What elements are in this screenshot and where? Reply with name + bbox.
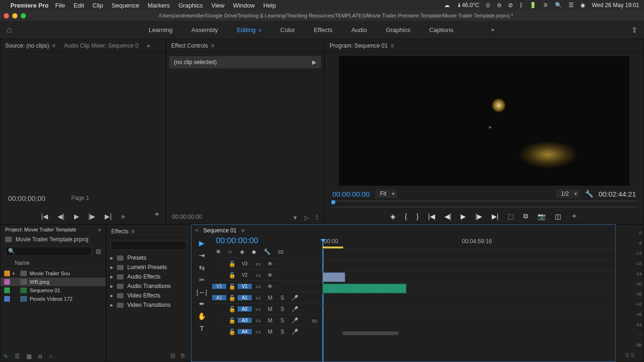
spotlight-icon[interactable]: 🔍 bbox=[555, 2, 562, 8]
audio-track-header[interactable]: A1🔓A1▭MS🎤 bbox=[212, 292, 321, 303]
effect-controls-timecode[interactable]: 00:00:00:00 bbox=[172, 214, 202, 220]
effects-folder[interactable]: ▸Lumetri Presets bbox=[107, 263, 190, 272]
source-timecode[interactable]: 00;00;00;00 bbox=[8, 194, 45, 202]
add-button-icon[interactable]: ＋ bbox=[153, 209, 161, 219]
comparison-view-icon[interactable]: ◫ bbox=[555, 213, 561, 220]
play-icon[interactable]: ▶ bbox=[461, 213, 466, 220]
chevron-right-icon[interactable]: ▸ bbox=[110, 255, 113, 261]
workspace-effects[interactable]: Effects bbox=[314, 26, 333, 33]
insert-overwrite-icon[interactable]: ◆ bbox=[252, 248, 256, 255]
toggle-icon[interactable]: ▷ bbox=[305, 214, 309, 221]
mute-button[interactable]: M bbox=[264, 329, 276, 335]
goto-in-icon[interactable]: |◀ bbox=[41, 213, 48, 220]
menu-graphics[interactable]: Graphics bbox=[178, 2, 203, 9]
workspace-audio[interactable]: Audio bbox=[351, 26, 367, 33]
audio-track-header[interactable]: 🔓A2▭MS🎤 bbox=[212, 303, 321, 314]
app-name[interactable]: Premiere Pro bbox=[10, 2, 49, 9]
icon-view-icon[interactable]: ▦ bbox=[26, 353, 32, 360]
step-back-icon[interactable]: ◀| bbox=[445, 213, 452, 220]
panel-overflow-icon[interactable]: » bbox=[98, 227, 101, 232]
workspace-overflow-icon[interactable]: » bbox=[491, 26, 495, 33]
track-lane-v2[interactable] bbox=[321, 260, 615, 271]
voice-over-icon[interactable]: 🎤 bbox=[289, 306, 301, 313]
eye-icon[interactable]: 👁 bbox=[264, 283, 276, 290]
step-forward-icon[interactable]: |▶ bbox=[475, 213, 482, 220]
solo-button[interactable]: S bbox=[276, 295, 289, 301]
freeform-view-icon[interactable]: ⧉ bbox=[38, 353, 42, 360]
chevron-right-icon[interactable]: ▶ bbox=[312, 59, 316, 66]
home-icon[interactable]: ⌂ bbox=[7, 25, 12, 35]
lock-icon[interactable]: 🔓 bbox=[226, 283, 238, 290]
menu-markers[interactable]: Markers bbox=[148, 2, 170, 9]
slip-tool-icon[interactable]: |↔| bbox=[197, 288, 207, 296]
track-select-tool-icon[interactable]: ⇥ bbox=[199, 251, 205, 260]
lock-icon[interactable]: 🔓 bbox=[226, 317, 238, 324]
workspace-assembly[interactable]: Assembly bbox=[191, 26, 218, 33]
eye-icon[interactable]: 👁 bbox=[264, 272, 276, 279]
project-item[interactable]: Pexels Videos 172 bbox=[0, 295, 106, 303]
workspace-captions[interactable]: Captions bbox=[429, 26, 453, 33]
label-swatch[interactable] bbox=[4, 296, 10, 302]
timeline-ruler[interactable]: :00:00 00:04:59:16 bbox=[321, 236, 615, 248]
tab-effects[interactable]: Effects≡ bbox=[111, 228, 134, 235]
goto-out-icon[interactable]: ▶| bbox=[492, 213, 499, 220]
audio-clip[interactable] bbox=[322, 284, 406, 293]
track-lane-a1[interactable] bbox=[321, 282, 615, 294]
siri-icon[interactable]: ◉ bbox=[580, 2, 585, 8]
track-lane-a3[interactable] bbox=[321, 305, 615, 316]
share-export-icon[interactable]: ⇪ bbox=[631, 25, 637, 34]
linked-selection-icon[interactable]: ∩ bbox=[228, 248, 232, 255]
chevron-right-icon[interactable]: ▸ bbox=[110, 292, 113, 299]
extract-icon[interactable]: ⧉ bbox=[523, 212, 528, 220]
lock-icon[interactable]: 🔓 bbox=[226, 272, 238, 279]
selection-tool-icon[interactable]: ▶ bbox=[199, 239, 205, 247]
lift-icon[interactable]: ⬚ bbox=[508, 213, 514, 220]
menu-sequence[interactable]: Sequence bbox=[112, 2, 140, 9]
column-header-name[interactable]: Name bbox=[0, 258, 106, 269]
solo-button[interactable]: S bbox=[276, 317, 289, 324]
status-icon[interactable]: ⊖ bbox=[497, 2, 502, 8]
hand-tool-icon[interactable]: ✋ bbox=[198, 312, 206, 321]
panel-menu-icon[interactable]: ≡ bbox=[52, 42, 55, 49]
sequence-tab[interactable]: Sequence 01 bbox=[203, 227, 237, 234]
menu-window[interactable]: Window bbox=[233, 2, 255, 9]
tab-project[interactable]: Project: Movie Trailer Template bbox=[5, 227, 76, 232]
track-lane-v1[interactable] bbox=[321, 271, 615, 282]
mark-in-icon[interactable]: { bbox=[405, 213, 407, 220]
settings-wrench-icon[interactable]: 🔧 bbox=[585, 190, 593, 197]
goto-in-icon[interactable]: |◀ bbox=[428, 213, 435, 220]
solo-button[interactable]: S bbox=[276, 306, 289, 313]
zoom-fit-dropdown[interactable]: Fit bbox=[375, 189, 396, 198]
settings-wrench-icon[interactable]: 🔧 bbox=[264, 248, 271, 255]
video-preview[interactable] bbox=[339, 56, 629, 186]
workspace-graphics[interactable]: Graphics bbox=[386, 26, 410, 33]
video-clip[interactable] bbox=[322, 272, 345, 282]
razor-tool-icon[interactable]: ✂ bbox=[199, 276, 205, 284]
pen-tool-icon[interactable]: ✒ bbox=[199, 300, 205, 308]
audio-track-header[interactable]: 🔓A4▭MS🎤 bbox=[212, 326, 321, 337]
minimize-window-button[interactable] bbox=[12, 13, 17, 18]
project-item[interactable]: ▸ Movie Trailer Sou bbox=[0, 269, 106, 278]
timeline-horizontal-scrollbar[interactable] bbox=[342, 331, 609, 336]
effects-folder[interactable]: ▸Video Transitions bbox=[107, 300, 190, 310]
new-bin-icon[interactable]: ▧ bbox=[96, 248, 101, 255]
program-scrubber[interactable] bbox=[331, 201, 637, 207]
status-icon[interactable]: ⊙ bbox=[486, 2, 490, 8]
goto-out-icon[interactable]: ▶| bbox=[105, 213, 112, 220]
chevron-right-icon[interactable]: ▸ bbox=[110, 264, 113, 271]
chevron-right-icon[interactable]: ▸ bbox=[110, 273, 113, 280]
wifi-icon[interactable]: ⚞ bbox=[543, 2, 548, 8]
tab-audio-clip-mixer[interactable]: Audio Clip Mixer: Sequence 0 bbox=[64, 42, 138, 49]
effects-folder[interactable]: ▸Audio Effects bbox=[107, 272, 190, 281]
tab-effect-controls[interactable]: Effect Controls≡ bbox=[171, 42, 215, 49]
battery-icon[interactable]: 🔋 bbox=[529, 2, 537, 8]
toggle-output-icon[interactable]: ▭ bbox=[252, 261, 264, 267]
effects-folder[interactable]: ▸Video Effects bbox=[107, 291, 190, 300]
lock-icon[interactable]: 🔓 bbox=[226, 306, 238, 313]
chevron-right-icon[interactable]: ▸ bbox=[13, 270, 17, 276]
tab-source[interactable]: Source: (no clips)≡ bbox=[5, 42, 55, 49]
filter-icon[interactable]: ▼ bbox=[292, 214, 298, 221]
track-lane-a4[interactable]: S1 bbox=[321, 316, 615, 328]
play-icon[interactable]: ▶ bbox=[74, 213, 79, 220]
close-sequence-icon[interactable]: × bbox=[195, 227, 198, 234]
